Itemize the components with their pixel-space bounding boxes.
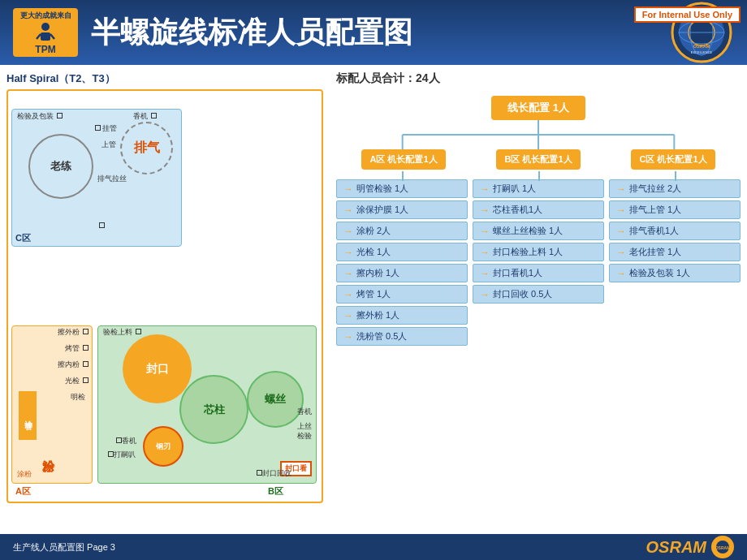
a-label-kaoguan: 烤管: [65, 344, 89, 354]
org-node-top: 线长配置 1人: [491, 96, 585, 120]
org-item-a-6: 擦外粉 1人: [336, 306, 468, 325]
org-item-a-7: 洗粉管 0.5人: [336, 327, 468, 346]
org-item-a-2: 涂粉 2人: [336, 222, 468, 240]
tufeng-vertical-label: 涂管: [19, 391, 37, 440]
diagram-region-label: Half Spiral（T2、T3）: [6, 71, 323, 86]
org-item-b-0: 打嗣叭 1人: [473, 179, 604, 198]
org-item-b-2: 螺丝上丝检验 1人: [473, 222, 604, 240]
zone-b: 验检上料 封口 芯柱 螺丝 钢刃 香机 上丝 检验: [97, 325, 317, 484]
b-label-shangsi: 上丝: [297, 422, 312, 432]
label-shangguan: 上管: [101, 140, 116, 150]
total-label: 标配人员合计：24人: [336, 71, 741, 86]
org-connector-mid: [336, 170, 741, 179]
org-item-c-2: 排气香机1人: [609, 222, 741, 240]
org-item-b-3: 封口检验上料 1人: [473, 243, 604, 261]
a-label-tufen-small: 涂粉: [17, 469, 32, 480]
org-item-a-3: 光检 1人: [336, 243, 468, 261]
logo-text: 更大的成就来自: [20, 11, 71, 21]
zone-c-top: 检验及包装 香机 挂管 上管 排气拉丝 老练 排气 C区: [11, 109, 182, 247]
b-label-fengk-rec: 封口回收: [255, 469, 291, 479]
label-guaguan: 挂管: [93, 124, 117, 134]
org-item-c-1: 排气上管 1人: [609, 200, 741, 219]
org-item-a-5: 烤管 1人: [336, 285, 468, 304]
svg-line-2: [37, 34, 41, 39]
zone-a-label: A区: [15, 485, 31, 498]
right-org-panel: 标配人员合计：24人 线长配置 1人: [330, 71, 741, 521]
circle-fengk: 封口: [123, 334, 192, 403]
org-item-a-4: 擦内粉 1人: [336, 264, 468, 282]
org-item-b-1: 芯柱香机1人: [473, 200, 604, 219]
footer-osram-icon: OSRAM: [711, 536, 734, 558]
org-column-a: 明管检验 1人 涂保护膜 1人 涂粉 2人 光检 1人 擦内粉 1人 烤管 1人…: [336, 179, 468, 346]
org-item-a-0: 明管检验 1人: [336, 179, 468, 198]
org-column-c: 排气拉丝 2人 排气上管 1人 排气香机1人 老化挂管 1人 检验及包装 1人: [609, 179, 741, 346]
b-label-dasm: 打嗣叭: [106, 450, 136, 460]
diagram-box: 检验及包装 香机 挂管 上管 排气拉丝 老练 排气 C区 擦外粉: [6, 89, 323, 503]
org-column-b: 打嗣叭 1人 芯柱香机1人 螺丝上丝检验 1人 封口检验上料 1人 封口看机1人…: [473, 179, 604, 346]
label-xiangji-c: 香机: [133, 112, 157, 122]
circle-paiq: 排气: [120, 122, 173, 174]
svg-point-0: [41, 23, 50, 31]
main-content: Half Spiral（T2、T3） 检验及包装 香机 挂管 上管 排气拉丝 老…: [0, 65, 747, 528]
org-top-row: 线长配置 1人: [336, 96, 741, 120]
zone-a: 擦外粉 烤管 擦内粉 光检 明检 涂管 涂粉 涂粉 A区: [11, 325, 93, 484]
org-item-c-3: 老化挂管 1人: [609, 243, 741, 261]
left-diagram-panel: Half Spiral（T2、T3） 检验及包装 香机 挂管 上管 排气拉丝 老…: [6, 71, 323, 521]
a-label-mingjian: 明检: [71, 393, 85, 403]
circle-lus: 螺丝: [247, 371, 304, 428]
footer: 生产线人员配置图 Page 3 OSRAM OSRAM: [0, 534, 747, 560]
tpm-logo-box: 更大的成就来自 TPM: [13, 8, 78, 57]
internal-use-badge: For Internal Use Only: [634, 6, 741, 23]
footer-osram-svg: OSRAM: [712, 536, 733, 558]
org-node-b: B区 机长配置1人: [496, 149, 580, 170]
label-jiyan-baozhuan: 检验及包装: [17, 112, 63, 122]
b-label-jianjian: 检验: [297, 432, 312, 442]
zone-b-label: B区: [268, 485, 283, 498]
tpm-figure-icon: [33, 21, 58, 44]
org-item-c-4: 检验及包装 1人: [609, 264, 741, 282]
svg-text:OSRAM: OSRAM: [693, 44, 710, 49]
zone-c-label: C区: [15, 232, 31, 244]
tpm-label: TPM: [35, 44, 55, 55]
svg-text:EXCELLENCE: EXCELLENCE: [691, 50, 713, 54]
footer-brand: OSRAM: [646, 538, 706, 557]
org-item-c-0: 排气拉丝 2人: [609, 179, 741, 198]
svg-line-3: [50, 34, 54, 39]
b-label-yanjian: 验检上料: [103, 328, 141, 338]
footer-page-text: 生产线人员配置图 Page 3: [13, 541, 115, 554]
b-label-xiangji2: 香机: [114, 437, 136, 446]
connector-svg: [336, 120, 741, 149]
connector-mid-svg: [336, 171, 741, 181]
a-label-guangjian: 光检: [65, 377, 89, 386]
org-node-c: C区 机长配置1人: [631, 149, 715, 170]
label-paiqilasi: 排气拉丝: [97, 174, 127, 184]
org-middle-row: A区 机长配置1人 B区 机长配置1人 C区 机长配置1人: [336, 149, 741, 170]
circle-xinz: 芯柱: [179, 375, 248, 444]
page-title: 半螺旋线标准人员配置图: [91, 13, 669, 53]
org-chart: 线长配置 1人 A区 机长配置1人 B区 机长配置1人: [336, 96, 741, 346]
org-columns: 明管检验 1人 涂保护膜 1人 涂粉 2人 光检 1人 擦内粉 1人 烤管 1人…: [336, 179, 741, 346]
org-connector-top: [336, 120, 741, 149]
svg-rect-1: [41, 32, 50, 41]
b-label-xiangji: 香机: [297, 407, 312, 417]
circle-lao: 老练: [28, 134, 93, 199]
org-item-a-1: 涂保护膜 1人: [336, 200, 468, 219]
footer-osram: OSRAM OSRAM: [646, 536, 734, 558]
svg-text:OSRAM: OSRAM: [715, 545, 731, 550]
circle-gunk: 钢刃: [143, 426, 184, 467]
label-square-c: [97, 222, 105, 230]
a-label-cawaifen: 擦外粉: [58, 328, 89, 338]
org-node-a: A区 机长配置1人: [361, 149, 445, 170]
a-label-caneifeng: 擦内粉: [58, 360, 89, 370]
org-item-b-5: 封口回收 0.5人: [473, 285, 604, 304]
org-item-b-4: 封口看机1人: [473, 264, 604, 282]
